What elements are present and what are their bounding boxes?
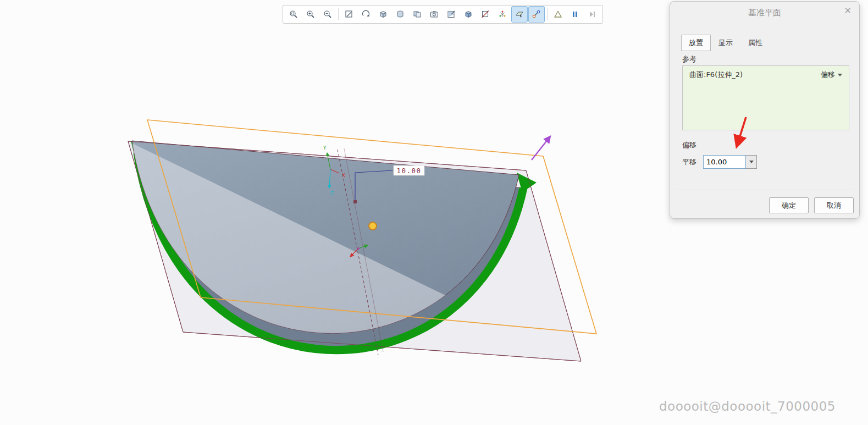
dialog-tabs: 放置 显示 属性 [681,35,770,51]
section-view-button[interactable] [443,6,460,23]
spin-center-icon [361,9,371,19]
perspective-icon [480,9,490,19]
axis-display-button[interactable] [528,6,545,23]
toolbar-separator [338,8,339,20]
annotation-display-icon [553,9,563,19]
appearance-gallery-icon [412,9,422,19]
plane-display-icon [515,9,524,19]
constraint-dropdown[interactable]: 偏移 [821,70,842,80]
zoom-out-button[interactable] [319,6,336,23]
resume-button[interactable] [584,6,600,23]
appearance-gallery-button[interactable] [409,6,425,23]
translate-dropdown-button[interactable] [746,155,757,169]
display-style-icon [463,9,473,19]
spin-center-button[interactable] [358,6,374,23]
tab-properties[interactable]: 属性 [740,35,770,51]
screen-capture-button[interactable] [426,6,443,23]
plane-display-button[interactable] [511,6,528,23]
dialog-separator [676,190,854,190]
reference-point[interactable] [369,222,377,230]
offset-direction-arrow[interactable] [532,136,550,160]
axis-display-icon [532,9,541,19]
zoom-window-icon [289,9,298,19]
standard-view-icon [395,9,405,19]
offset-translate-input[interactable] [703,155,746,169]
zoom-out-icon [323,9,333,19]
axis-x-label: X [342,173,345,178]
translate-row: 平移 [682,155,757,169]
references-label: 参考 [682,54,696,64]
resume-icon [587,9,597,19]
tab-display[interactable]: 显示 [711,35,740,51]
section-view-icon [446,9,456,19]
perspective-button[interactable] [477,6,494,23]
drag-handle[interactable] [353,200,357,203]
in-graphics-toolbar [283,5,603,24]
chevron-down-icon [838,74,842,76]
translate-label: 平移 [682,157,696,167]
zoom-in-button[interactable] [302,6,319,23]
repaint-icon [344,9,354,19]
axis-z-label: Z [330,191,334,196]
named-views-button[interactable] [375,6,391,23]
zoom-window-button[interactable] [285,6,302,23]
pause-button[interactable] [567,6,583,23]
references-list[interactable]: 曲面:F6(拉伸_2) 偏移 [682,65,849,130]
named-views-icon [378,9,388,19]
toolbar-separator [547,8,548,20]
reference-item-label: 曲面:F6(拉伸_2) [689,70,743,80]
dimension-value: 10.00 [396,167,421,175]
pause-icon [570,9,580,19]
zoom-in-icon [306,9,316,19]
screen-capture-icon [429,9,439,19]
standard-view-button[interactable] [392,6,408,23]
datum-display-filter-button[interactable] [494,6,511,23]
watermark: dooooit@dooooit_7000005 [632,399,836,413]
datum-plane-dialog: 基准平面 × 放置 显示 属性 参考 曲面:F6(拉伸_2) 偏移 偏移 平移 … [670,1,860,219]
close-icon[interactable]: × [844,6,852,15]
chevron-down-icon [749,161,754,163]
constraint-label: 偏移 [821,70,835,80]
offset-section-label: 偏移 [682,140,696,150]
axis-y-label: Y [323,145,327,151]
reference-row[interactable]: 曲面:F6(拉伸_2) 偏移 [683,66,849,80]
cancel-button[interactable]: 取消 [814,197,854,213]
datum-display-filter-icon [497,9,507,19]
ok-button[interactable]: 确定 [769,197,809,213]
repaint-button[interactable] [341,6,357,23]
tab-placement[interactable]: 放置 [681,35,711,51]
offset-dimension[interactable]: 10.00 [394,165,424,175]
annotation-display-button[interactable] [550,6,566,23]
dialog-title: 基准平面 [670,8,859,18]
display-style-button[interactable] [460,6,477,23]
